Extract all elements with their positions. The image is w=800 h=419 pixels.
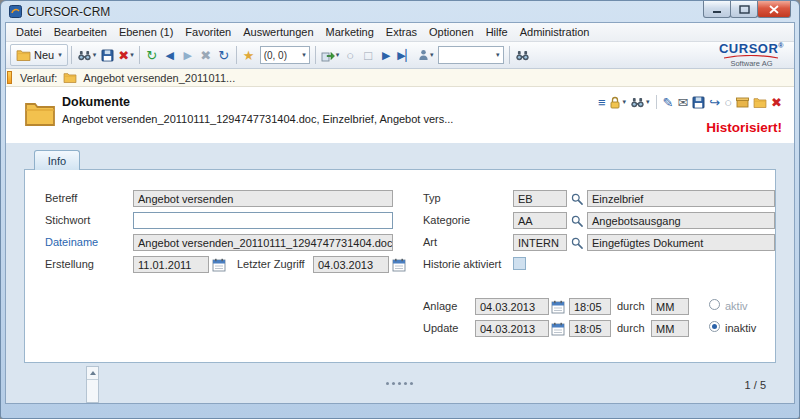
update-calendar-button[interactable] xyxy=(550,320,566,337)
tab-info[interactable]: Info xyxy=(34,150,80,170)
calendar-icon xyxy=(551,300,565,314)
lock-icon xyxy=(609,96,621,109)
betreff-field[interactable]: Angebot versenden xyxy=(133,190,393,207)
binoculars-icon xyxy=(630,97,645,108)
letzter-zugriff-field[interactable]: 04.03.2013 xyxy=(313,256,389,273)
workflow-step-button[interactable]: ▶▏ xyxy=(395,44,416,66)
edit-icon[interactable]: ✎ xyxy=(663,95,674,110)
history-bar: Verlauf: Angebot versenden_2011011... xyxy=(6,69,794,87)
back-button[interactable]: ◀ xyxy=(161,44,179,66)
typ-code-field[interactable]: EB xyxy=(513,190,567,207)
update-time-field[interactable]: 18:05 xyxy=(569,320,611,337)
erstellung-field[interactable]: 11.01.2011 xyxy=(133,256,209,273)
vertical-scrollbar[interactable] xyxy=(86,366,99,403)
historie-label: Historie aktiviert xyxy=(423,258,501,270)
workflow-stop-button[interactable]: □ xyxy=(359,44,377,66)
coords-dropdown[interactable]: (0, 0) ▾ xyxy=(260,46,310,64)
art-text-field[interactable]: Eingefügtes Dokument xyxy=(587,234,775,251)
global-search-button[interactable] xyxy=(513,44,532,66)
registered-mark: ® xyxy=(778,42,784,49)
kategorie-lookup-button[interactable] xyxy=(569,212,585,229)
menu-auswertungen[interactable]: Auswertungen xyxy=(237,25,319,39)
forward-button[interactable]: ▶ xyxy=(179,44,197,66)
aktiv-radio[interactable] xyxy=(709,299,720,310)
calendar-icon xyxy=(551,322,565,336)
menu-favoriten[interactable]: Favoriten xyxy=(179,25,237,39)
historie-checkbox[interactable] xyxy=(513,257,526,270)
erstellung-calendar-button[interactable] xyxy=(211,256,227,273)
new-button[interactable]: Neu ▾ xyxy=(10,44,68,66)
chevron-down-icon: ▾ xyxy=(336,51,340,59)
chevron-down-icon: ▾ xyxy=(302,51,306,59)
anlage-date-field[interactable]: 04.03.2013 xyxy=(475,298,549,315)
reload-button[interactable]: ↻ xyxy=(215,44,233,66)
anlage-time-field[interactable]: 18:05 xyxy=(569,298,611,315)
close-button[interactable] xyxy=(757,1,791,18)
menu-optionen[interactable]: Optionen xyxy=(423,25,480,39)
art-lookup-button[interactable] xyxy=(569,234,585,251)
list-view-icon[interactable]: ≡ xyxy=(598,95,606,110)
chevron-down-icon: ▾ xyxy=(93,51,97,59)
menu-bearbeiten[interactable]: Bearbeiten xyxy=(48,25,113,39)
menu-administration[interactable]: Administration xyxy=(514,25,596,39)
menu-extras[interactable]: Extras xyxy=(380,25,423,39)
circle-icon: ○ xyxy=(346,48,354,63)
anlage-user-field[interactable]: MM xyxy=(651,298,689,315)
update-date-field[interactable]: 04.03.2013 xyxy=(475,320,549,337)
kategorie-code-field[interactable]: AA xyxy=(513,212,567,229)
record-search-button[interactable]: ▾ xyxy=(630,97,650,108)
typ-text-field[interactable]: Einzelbrief xyxy=(587,190,775,207)
open-document-button[interactable] xyxy=(753,97,767,108)
quick-search-dropdown[interactable]: ▾ xyxy=(438,46,504,64)
kategorie-text-field[interactable]: Angebotsausgang xyxy=(587,212,775,229)
letter-icon[interactable]: ✉ xyxy=(677,95,688,110)
workflow-start-button[interactable]: ▶ xyxy=(377,44,395,66)
update-durch-label: durch xyxy=(617,322,645,334)
scroll-up-button[interactable] xyxy=(87,367,98,380)
sync-icon[interactable]: ○ xyxy=(724,95,732,110)
header-actions: ≡ ▾ ▾ ✎ ✉ ↪ ○ xyxy=(598,93,782,111)
minimize-button[interactable] xyxy=(703,1,731,18)
user-button[interactable]: ▾ xyxy=(416,44,436,66)
letzter-zugriff-calendar-button[interactable] xyxy=(391,256,407,273)
menu-marketing[interactable]: Marketing xyxy=(320,25,380,39)
art-code-field[interactable]: INTERN xyxy=(513,234,567,251)
delete-button[interactable]: ✖ ▾ xyxy=(116,44,135,66)
lock-button[interactable]: ▾ xyxy=(609,96,626,109)
brand-subtitle: Software AG xyxy=(730,60,772,68)
update-user-field[interactable]: MM xyxy=(651,320,689,337)
maximize-button[interactable] xyxy=(730,1,758,18)
folder-icon xyxy=(63,72,77,83)
menu-hilfe[interactable]: Hilfe xyxy=(480,25,514,39)
magnifier-icon xyxy=(571,215,583,227)
new-folder-icon xyxy=(16,49,31,61)
calendar-icon xyxy=(392,258,406,272)
stichwort-input[interactable] xyxy=(133,212,393,229)
inaktiv-radio[interactable] xyxy=(709,321,720,332)
app-window: CURSOR-CRM Datei Bearbeiten Ebenen (1) F… xyxy=(0,0,800,419)
splitter-grip[interactable] xyxy=(386,382,389,385)
search-button[interactable]: ▾ xyxy=(75,44,99,66)
workflow-state-button[interactable]: ○ xyxy=(341,44,359,66)
anlage-calendar-button[interactable] xyxy=(550,298,566,315)
favorite-button[interactable]: ★ xyxy=(240,44,258,66)
forward-document-icon[interactable]: ↪ xyxy=(709,95,720,110)
menu-ebenen[interactable]: Ebenen (1) xyxy=(113,25,179,39)
menu-datei[interactable]: Datei xyxy=(10,25,48,39)
dateiname-link[interactable]: Dateiname xyxy=(45,236,98,248)
delete-icon: ✖ xyxy=(118,48,129,63)
save-button[interactable] xyxy=(98,44,116,66)
dateiname-field[interactable]: Angebot versenden_20110111_1294747731404… xyxy=(133,234,393,251)
history-item[interactable]: Angebot versenden_2011011... xyxy=(83,72,235,84)
cancel-button[interactable]: ✖ xyxy=(197,44,215,66)
refresh-button[interactable]: ↻ xyxy=(143,44,161,66)
close-record-icon[interactable]: ✖ xyxy=(771,95,782,110)
export-button[interactable]: ▾ xyxy=(319,44,342,66)
archive-box-icon xyxy=(736,97,749,108)
archive-button[interactable] xyxy=(736,97,749,108)
save-record-button[interactable] xyxy=(692,96,705,109)
magnifier-icon xyxy=(571,237,583,249)
chevron-down-icon[interactable]: ▾ xyxy=(58,51,62,59)
typ-lookup-button[interactable] xyxy=(569,190,585,207)
save-icon xyxy=(692,96,705,109)
